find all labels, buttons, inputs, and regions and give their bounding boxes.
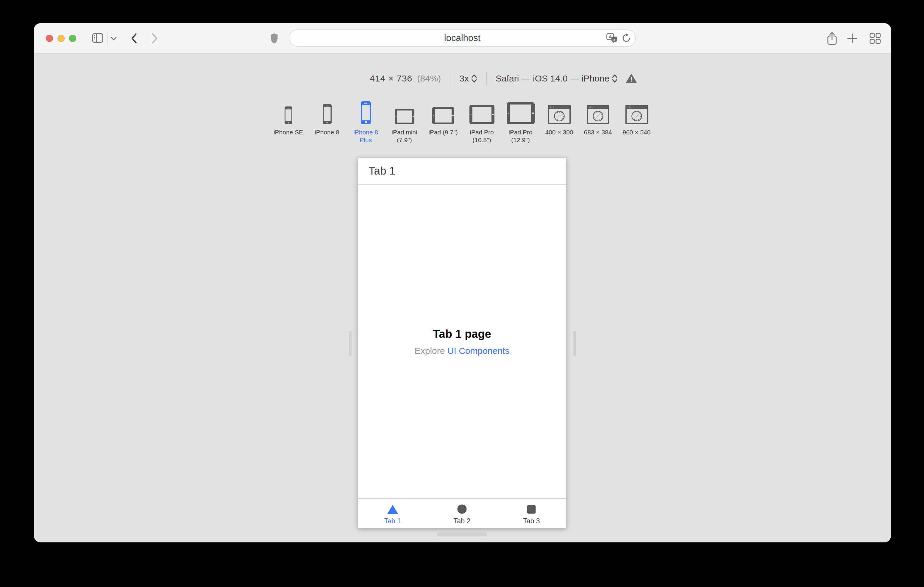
resize-handle-left[interactable] bbox=[349, 330, 351, 356]
close-window-button[interactable] bbox=[46, 35, 53, 42]
preview-nav-title: Tab 1 bbox=[368, 165, 396, 177]
device-label: iPhone 8 bbox=[315, 128, 339, 136]
warning-icon bbox=[626, 74, 637, 83]
viewport-size: 414 × 736 bbox=[370, 74, 412, 84]
plus-icon bbox=[847, 33, 857, 43]
device-label: 683 × 384 bbox=[584, 128, 612, 136]
address-bar[interactable]: localhost A x bbox=[289, 30, 636, 47]
translate-icon: A x bbox=[606, 33, 617, 43]
rdm-content-area: 414 × 736 (84%) 3x Safari — iOS 14.0 — i… bbox=[34, 54, 891, 542]
ipad-icon bbox=[507, 100, 535, 124]
preview-tab-bar: Tab 1 Tab 2 Tab 3 bbox=[358, 498, 566, 528]
device-ipad[interactable]: iPad (9.7") bbox=[424, 100, 463, 144]
safari-window-icon bbox=[625, 100, 648, 124]
url-text: localhost bbox=[444, 33, 480, 43]
iphone-icon-selected bbox=[361, 100, 371, 124]
sidebar-menu-button[interactable] bbox=[111, 36, 117, 41]
user-agent-value: Safari — iOS 14.0 — iPhone bbox=[496, 74, 609, 84]
chevron-down-icon bbox=[111, 36, 117, 41]
share-button[interactable] bbox=[827, 31, 838, 45]
device-label: 400 × 300 bbox=[545, 128, 573, 136]
divider bbox=[486, 72, 487, 86]
ui-components-link[interactable]: UI Components bbox=[447, 346, 509, 356]
reload-icon bbox=[622, 33, 631, 43]
circle-icon bbox=[457, 504, 467, 514]
minimize-window-button[interactable] bbox=[58, 35, 64, 42]
viewport-preview: Tab 1 Tab 1 page Explore UI Components T… bbox=[358, 158, 566, 528]
device-label: 960 × 540 bbox=[622, 128, 650, 136]
preview-nav-bar: Tab 1 bbox=[358, 158, 566, 185]
tab-3[interactable]: Tab 3 bbox=[497, 499, 566, 528]
console-warnings-button[interactable] bbox=[626, 74, 637, 83]
privacy-report-button[interactable] bbox=[270, 33, 278, 44]
subtitle-text: Explore bbox=[415, 346, 447, 356]
share-icon bbox=[827, 31, 838, 45]
device-label: iPad Pro (10.5") bbox=[465, 128, 498, 144]
tab-2[interactable]: Tab 2 bbox=[427, 499, 497, 528]
up-down-chevrons-icon bbox=[471, 74, 477, 84]
reload-button[interactable] bbox=[622, 33, 631, 43]
device-label: iPad (9.7") bbox=[428, 128, 458, 136]
up-down-chevrons-icon bbox=[612, 74, 618, 84]
back-button[interactable] bbox=[131, 33, 138, 44]
translate-button[interactable]: A x bbox=[606, 33, 617, 43]
device-label: iPhone 8 Plus bbox=[349, 128, 383, 144]
shield-icon bbox=[270, 33, 278, 44]
tab-1[interactable]: Tab 1 bbox=[358, 499, 427, 528]
new-tab-button[interactable] bbox=[847, 33, 857, 43]
sidebar-toggle-button[interactable] bbox=[92, 33, 103, 43]
forward-icon bbox=[151, 33, 158, 44]
device-iphone-8-plus[interactable]: iPhone 8 Plus bbox=[346, 100, 385, 144]
tab-label: Tab 3 bbox=[523, 517, 540, 525]
tab-label: Tab 2 bbox=[454, 517, 470, 525]
rdm-status-bar: 414 × 736 (84%) 3x Safari — iOS 14.0 — i… bbox=[370, 71, 637, 86]
device-label: iPad Pro (12.9") bbox=[504, 128, 537, 144]
device-custom-400x300[interactable]: 400 × 300 bbox=[540, 100, 579, 144]
triangle-icon bbox=[387, 504, 398, 514]
safari-window-icon bbox=[548, 100, 571, 124]
ipad-icon bbox=[469, 100, 495, 124]
square-icon bbox=[526, 504, 536, 514]
ipad-icon bbox=[395, 100, 414, 124]
preview-page-body: Tab 1 page Explore UI Components bbox=[358, 186, 566, 498]
resize-handle-bottom[interactable] bbox=[437, 532, 487, 536]
zoom-percent: (84%) bbox=[417, 74, 441, 84]
device-iphone-8[interactable]: iPhone 8 bbox=[308, 100, 346, 144]
iphone-icon bbox=[285, 100, 292, 124]
toolbar-divider bbox=[107, 32, 108, 44]
svg-text:A: A bbox=[609, 34, 612, 39]
device-label: iPhone SE bbox=[274, 128, 303, 136]
page-title: Tab 1 page bbox=[433, 328, 491, 340]
zoom-window-button[interactable] bbox=[69, 35, 76, 42]
safari-window-icon bbox=[587, 100, 609, 124]
device-label: iPad mini (7.9") bbox=[388, 128, 421, 144]
browser-toolbar: localhost A x bbox=[34, 23, 891, 54]
resize-handle-right[interactable] bbox=[573, 330, 576, 356]
iphone-icon bbox=[323, 100, 332, 124]
divider bbox=[450, 72, 450, 86]
device-ipad-mini[interactable]: iPad mini (7.9") bbox=[385, 100, 424, 144]
tab-overview-icon bbox=[870, 33, 881, 44]
sidebar-icon bbox=[92, 33, 103, 43]
pixel-ratio-stepper[interactable] bbox=[471, 74, 477, 84]
device-ipad-pro-12[interactable]: iPad Pro (12.9") bbox=[501, 100, 540, 144]
safari-window: localhost A x bbox=[34, 23, 891, 543]
device-iphone-se[interactable]: iPhone SE bbox=[269, 100, 308, 144]
device-presets-row: iPhone SE iPhone 8 bbox=[269, 100, 656, 144]
device-custom-683x384[interactable]: 683 × 384 bbox=[579, 100, 617, 144]
tab-overview-button[interactable] bbox=[870, 33, 881, 44]
device-ipad-pro-10[interactable]: iPad Pro (10.5") bbox=[463, 100, 501, 144]
back-icon bbox=[131, 33, 138, 44]
user-agent-stepper[interactable] bbox=[612, 74, 618, 84]
svg-text:x: x bbox=[613, 38, 615, 41]
device-custom-960x540[interactable]: 960 × 540 bbox=[617, 100, 656, 144]
pixel-ratio-value: 3x bbox=[459, 74, 469, 84]
tab-label: Tab 1 bbox=[384, 517, 401, 525]
forward-button[interactable] bbox=[151, 33, 158, 44]
ipad-icon bbox=[432, 100, 454, 124]
